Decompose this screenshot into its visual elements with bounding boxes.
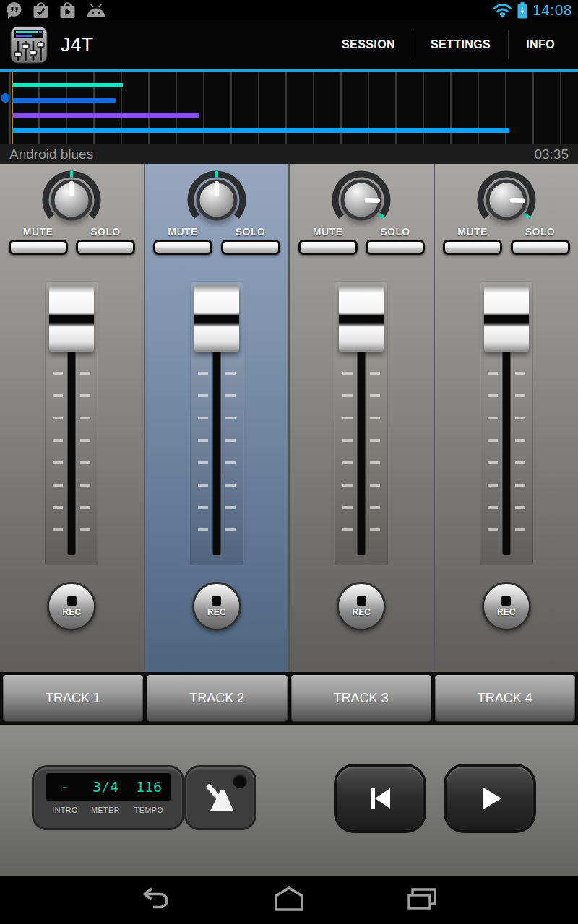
recents-icon xyxy=(405,886,439,912)
menu-item-info[interactable]: INFO xyxy=(509,20,572,69)
play-store-icon xyxy=(59,1,76,19)
metronome-button[interactable] xyxy=(186,767,254,828)
arrangement-timeline[interactable] xyxy=(0,72,578,144)
record-arm-icon xyxy=(501,596,511,606)
rec-button[interactable]: REC xyxy=(192,582,241,631)
rewind-to-start-button[interactable] xyxy=(337,767,423,830)
pan-knob[interactable] xyxy=(476,167,537,227)
volume-fader[interactable] xyxy=(335,281,388,565)
rec-button[interactable]: REC xyxy=(482,582,531,631)
track-name-row: TRACK 1 TRACK 2 TRACK 3 TRACK 4 xyxy=(0,672,578,725)
fader-ticks xyxy=(225,372,236,549)
volume-fader[interactable] xyxy=(190,281,243,565)
fader-ticks xyxy=(370,372,380,549)
menu-item-settings[interactable]: SETTINGS xyxy=(413,20,508,69)
fader-slot xyxy=(212,350,220,555)
pan-knob[interactable] xyxy=(186,167,247,227)
meter-label: METER xyxy=(91,806,120,814)
mute-button[interactable] xyxy=(298,240,358,255)
track-1-button[interactable]: TRACK 1 xyxy=(3,675,143,722)
mute-label: MUTE xyxy=(313,226,342,237)
mute-button[interactable] xyxy=(153,240,212,255)
fader-ticks xyxy=(80,372,90,549)
metronome-icon xyxy=(202,782,239,814)
recents-button[interactable] xyxy=(398,881,446,918)
volume-fader[interactable] xyxy=(45,281,98,565)
mixer-channel-4: MUTE SOLO REC xyxy=(435,164,578,672)
track-2-button[interactable]: TRACK 2 xyxy=(147,675,287,722)
record-arm-icon xyxy=(67,596,77,606)
app-title: J4T xyxy=(61,34,93,56)
mixer-channel-1: MUTE SOLO REC xyxy=(0,164,144,672)
record-arm-icon xyxy=(212,596,221,606)
fader-handle[interactable] xyxy=(339,285,384,352)
mute-label: MUTE xyxy=(23,226,53,237)
fader-slot xyxy=(358,350,366,555)
menu-item-session[interactable]: SESSION xyxy=(324,20,413,69)
tempo-lcd-display: - 3/4 116 xyxy=(46,773,171,801)
track-3-clip xyxy=(12,113,199,118)
android-debug-icon xyxy=(86,2,106,18)
mute-button[interactable] xyxy=(9,240,68,255)
fader-ticks xyxy=(342,372,353,549)
track-4-button[interactable]: TRACK 4 xyxy=(435,675,575,722)
intro-label: INTRO xyxy=(52,806,78,814)
song-bar: Android blues 03:35 xyxy=(0,144,578,164)
mute-label: MUTE xyxy=(457,226,487,237)
metronome-led xyxy=(233,774,247,788)
rec-button[interactable]: REC xyxy=(337,582,386,631)
tempo-value: 116 xyxy=(136,778,162,796)
app-mixer-icon xyxy=(10,26,48,64)
android-nav-bar xyxy=(0,876,578,924)
fader-ticks xyxy=(515,372,525,549)
song-title: Android blues xyxy=(9,147,93,162)
solo-button[interactable] xyxy=(366,240,425,255)
solo-label: SOLO xyxy=(525,226,555,237)
action-bar-menu: SESSION SETTINGS INFO xyxy=(324,20,572,69)
play-button[interactable] xyxy=(447,767,533,830)
back-button[interactable] xyxy=(132,881,180,918)
fader-ticks xyxy=(488,372,498,549)
song-duration: 03:35 xyxy=(534,147,569,162)
intro-value: - xyxy=(61,778,69,796)
solo-label: SOLO xyxy=(90,226,120,237)
record-arm-icon xyxy=(357,596,366,606)
hangouts-icon xyxy=(6,1,22,19)
fader-handle[interactable] xyxy=(194,285,239,352)
position-dot xyxy=(1,93,10,103)
mute-label: MUTE xyxy=(168,226,197,237)
fader-handle[interactable] xyxy=(49,285,94,352)
rec-button[interactable]: REC xyxy=(47,582,96,631)
track-4-clip xyxy=(12,128,509,133)
status-clock: 14:08 xyxy=(532,1,572,19)
tempo-display-group[interactable]: - 3/4 116 INTRO METER TEMPO xyxy=(34,767,182,828)
meter-value: 3/4 xyxy=(92,778,118,796)
track-3-button[interactable]: TRACK 3 xyxy=(291,675,431,722)
status-bar: 14:08 xyxy=(0,0,578,20)
solo-label: SOLO xyxy=(380,226,410,237)
solo-button[interactable] xyxy=(221,240,280,255)
mixer-channel-3: MUTE SOLO REC xyxy=(290,164,434,672)
track-1-clip xyxy=(12,83,123,87)
play-icon xyxy=(474,783,506,814)
solo-label: SOLO xyxy=(236,226,265,237)
pan-knob[interactable] xyxy=(41,167,102,227)
fader-ticks xyxy=(198,372,208,549)
volume-fader[interactable] xyxy=(480,281,533,565)
home-button[interactable] xyxy=(265,881,313,918)
fader-ticks xyxy=(53,372,63,549)
transport-panel: - 3/4 116 INTRO METER TEMPO xyxy=(0,725,578,876)
tempo-label: TEMPO xyxy=(134,806,163,814)
fader-slot xyxy=(502,350,510,555)
battery-charging-icon xyxy=(517,2,527,19)
mixer-channel-2: MUTE SOLO REC xyxy=(145,164,289,672)
j4t-multitrack-app: 14:08 J4T SESSION SETTINGS I xyxy=(0,0,578,924)
pan-knob[interactable] xyxy=(331,167,392,227)
back-icon xyxy=(139,886,173,912)
wifi-icon xyxy=(493,3,512,18)
mute-button[interactable] xyxy=(443,240,502,255)
fader-handle[interactable] xyxy=(484,285,529,352)
lcd-labels: INTRO METER TEMPO xyxy=(46,806,171,814)
solo-button[interactable] xyxy=(76,240,135,255)
solo-button[interactable] xyxy=(511,240,570,255)
